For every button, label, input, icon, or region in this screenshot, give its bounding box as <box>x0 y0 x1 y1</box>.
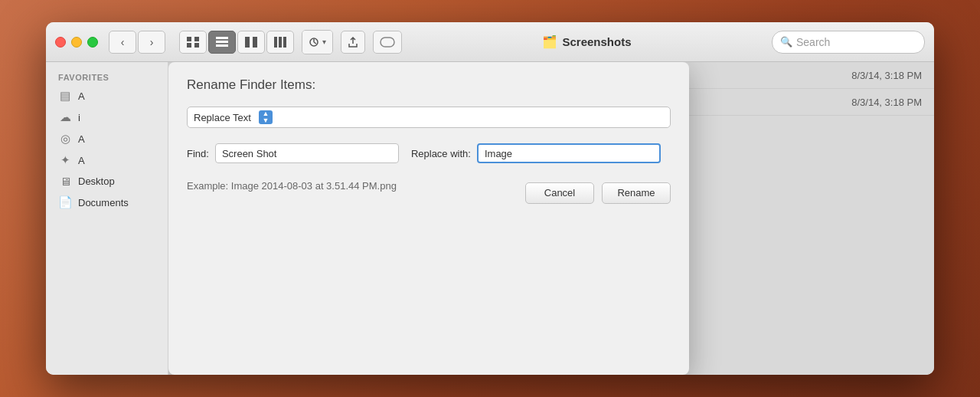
maximize-button[interactable] <box>87 37 98 48</box>
rename-dialog: Rename Finder Items: Replace Text ▲ ▼ <box>168 62 689 375</box>
forward-button[interactable]: › <box>138 31 165 54</box>
find-label: Find: <box>187 148 209 159</box>
action-dropdown[interactable]: Replace Text ▲ ▼ <box>187 107 671 128</box>
svg-rect-8 <box>253 37 257 48</box>
svg-rect-3 <box>194 43 199 48</box>
svg-rect-9 <box>274 37 277 48</box>
sidebar-item-all-my-files[interactable]: ▤ A <box>46 85 168 107</box>
arrange-group: ▾ <box>302 30 333 54</box>
svg-rect-1 <box>194 37 199 41</box>
find-field-group: Find: <box>187 143 399 163</box>
arrange-chevron: ▾ <box>322 38 326 46</box>
svg-rect-7 <box>245 37 250 48</box>
sidebar-item-icloud[interactable]: ☁ i <box>46 107 168 128</box>
sidebar-item-airdrop[interactable]: ◎ A <box>46 128 168 149</box>
sidebar-item-label-apps: A <box>78 155 85 166</box>
icloud-icon: ☁ <box>58 110 72 124</box>
dropdown-row: Replace Text ▲ ▼ <box>187 107 671 128</box>
dialog-overlay: Rename Finder Items: Replace Text ▲ ▼ <box>168 62 934 375</box>
bottom-bar: Example: Image 2014-08-03 at 3.51.44 PM.… <box>187 177 671 205</box>
dialog-buttons: Cancel Rename <box>525 182 671 204</box>
search-box[interactable]: 🔍 Search <box>772 31 925 54</box>
file-area: Screen Shot 2014-08-03 at 3.18.45 PM 8/3… <box>168 62 934 375</box>
sidebar-item-apps[interactable]: ✦ A <box>46 149 168 171</box>
action-button[interactable] <box>341 31 365 54</box>
dropdown-arrows-icon: ▲ ▼ <box>259 110 273 124</box>
find-input[interactable] <box>215 143 399 163</box>
sidebar-item-documents[interactable]: 📄 Documents <box>46 192 168 213</box>
example-text: Example: Image 2014-08-03 at 3.51.44 PM.… <box>187 180 397 192</box>
icon-view-button[interactable] <box>179 31 207 54</box>
documents-icon: 📄 <box>58 195 72 209</box>
gallery-view-button[interactable] <box>266 31 294 54</box>
view-buttons <box>179 31 294 54</box>
sidebar-item-label-desktop: Desktop <box>78 176 115 187</box>
apps-icon: ✦ <box>58 153 72 167</box>
airdrop-icon: ◎ <box>58 132 72 146</box>
svg-rect-2 <box>187 43 191 48</box>
folder-icon: 🗂️ <box>542 34 557 49</box>
dropdown-label: Replace Text <box>194 112 251 123</box>
list-view-button[interactable] <box>208 31 236 54</box>
replace-input[interactable] <box>477 143 661 163</box>
arrange-button[interactable]: ▾ <box>302 31 332 54</box>
main-content: Favorites ▤ A ☁ i ◎ A ✦ A 🖥 Desktop <box>46 62 934 375</box>
dialog-title: Rename Finder Items: <box>187 77 671 93</box>
cancel-button[interactable]: Cancel <box>525 182 594 204</box>
finder-window: ‹ › <box>46 22 934 375</box>
svg-line-14 <box>314 42 316 44</box>
svg-rect-15 <box>381 38 394 47</box>
svg-rect-6 <box>216 44 228 47</box>
close-button[interactable] <box>55 37 66 48</box>
sidebar-item-label-documents: Documents <box>78 197 129 208</box>
sidebar-section-favorites: Favorites <box>46 70 168 85</box>
column-view-button[interactable] <box>237 31 265 54</box>
nav-buttons: ‹ › <box>109 31 165 54</box>
tag-button[interactable] <box>373 31 402 54</box>
window-title: Screenshots <box>562 35 631 48</box>
back-button[interactable]: ‹ <box>109 31 136 54</box>
svg-rect-11 <box>283 37 286 48</box>
all-files-icon: ▤ <box>58 89 72 103</box>
replace-label: Replace with: <box>411 148 471 159</box>
fields-row: Find: Replace with: <box>187 143 671 163</box>
search-icon: 🔍 <box>780 36 792 48</box>
svg-rect-10 <box>279 37 282 48</box>
window-title-area: 🗂️ Screenshots <box>410 34 764 49</box>
sidebar-item-label-icloud: i <box>78 112 80 123</box>
titlebar: ‹ › <box>46 22 934 62</box>
rename-button[interactable]: Rename <box>602 182 671 204</box>
sidebar: Favorites ▤ A ☁ i ◎ A ✦ A 🖥 Desktop <box>46 62 168 375</box>
desktop-icon: 🖥 <box>58 175 72 188</box>
traffic-lights <box>55 37 98 48</box>
replace-field-group: Replace with: <box>411 143 661 163</box>
svg-rect-5 <box>216 41 228 43</box>
search-placeholder: Search <box>796 36 830 48</box>
minimize-button[interactable] <box>71 37 82 48</box>
sidebar-item-desktop[interactable]: 🖥 Desktop <box>46 171 168 192</box>
sidebar-item-label-airdrop: A <box>78 133 85 145</box>
svg-rect-4 <box>216 37 228 39</box>
svg-rect-0 <box>187 37 191 41</box>
sidebar-item-label-all: A <box>78 90 85 102</box>
